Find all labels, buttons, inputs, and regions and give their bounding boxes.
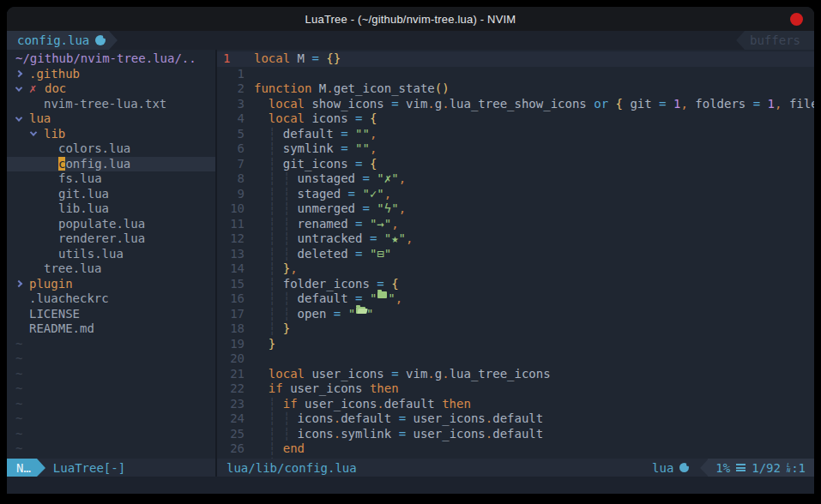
tree-item-colors.lua[interactable]: colors.lua (7, 141, 215, 157)
code-line[interactable]: 9 ┆ ┆ staged = "✓", (217, 187, 814, 202)
tree-item-populate.lua[interactable]: populate.lua (7, 217, 215, 232)
code-token (348, 141, 355, 157)
code-token: = (341, 127, 347, 142)
code-line[interactable]: 18 ┆ } (217, 321, 814, 337)
tree-item-LICENSE[interactable]: LICENSE (7, 307, 215, 322)
code-line[interactable]: 20 (217, 351, 814, 367)
tree-item-fs.lua[interactable]: fs.lua (7, 171, 215, 187)
code-token: } (269, 337, 275, 352)
tree-item-git.lua[interactable]: git.lua (7, 187, 215, 202)
code-line[interactable]: 25 ┆ ┆ icons.symlink = user_icons.defaul… (217, 427, 814, 442)
tree-item-nvim-tree-lua.txt[interactable]: nvim-tree-lua.txt (7, 97, 215, 112)
code-line[interactable]: 2function M.get_icon_state() (217, 81, 814, 97)
code-token: M (290, 51, 311, 67)
tree-item-tree.lua[interactable]: tree.lua (7, 261, 215, 277)
code-token: "ϟ" (377, 201, 398, 217)
tree-item-config.lua[interactable]: config.lua (7, 157, 215, 172)
code-token: = (370, 231, 377, 247)
file-tree-pane[interactable]: ~/github/nvim-tree.lua/.. .github✗docnvi… (7, 50, 215, 459)
code-line[interactable]: 19 } (217, 337, 814, 352)
indent-guide: ┆ (283, 217, 290, 232)
code-token (254, 171, 269, 187)
code-line[interactable]: 22 if user_icons then (217, 381, 814, 397)
line-number: 13 (217, 247, 244, 262)
code-line[interactable]: 26 ┆ end (217, 441, 814, 457)
empty-line-tilde: ~ (7, 367, 215, 382)
lua-logo-icon (679, 463, 689, 472)
line-number: 26 (217, 441, 244, 457)
lines-icon (736, 464, 746, 471)
folder-open-icon (356, 307, 365, 314)
code-token: . (334, 427, 341, 442)
tree-item-doc[interactable]: ✗doc (7, 81, 215, 97)
code-token: "" (355, 127, 370, 142)
code-token: , (370, 141, 377, 157)
tree-item-lib[interactable]: lib (7, 127, 215, 142)
code-line[interactable]: 24 ┆ ┆ icons.default = user_icons.defaul… (217, 411, 814, 427)
code-line[interactable]: 1local M = {} (217, 51, 814, 67)
code-token: icons (290, 427, 334, 442)
code-line[interactable]: 23 ┆ if user_icons.default then (217, 397, 814, 412)
code-token: = (362, 171, 369, 187)
tree-item-label: lib.lua (58, 201, 109, 217)
code-token: , (391, 217, 398, 232)
command-line[interactable] (7, 477, 814, 494)
tree-item-plugin[interactable]: plugin (7, 277, 215, 292)
code-token: = (355, 111, 362, 127)
code-token: folders (688, 97, 753, 112)
code-token: lua_tree_show_icons (450, 97, 595, 112)
cursor: c (58, 157, 65, 171)
tabline: config.lua buffers (7, 31, 814, 50)
code-token: if (283, 397, 298, 412)
code-line[interactable]: 4 local icons = { (217, 111, 814, 127)
tree-item-lua[interactable]: lua (7, 111, 215, 127)
code-line[interactable]: 21 local user_icons = vim.g.lua_tree_ico… (217, 367, 814, 382)
code-token: " (348, 307, 355, 322)
code-line[interactable]: 6 ┆ symlink = "", (217, 141, 814, 157)
code-line[interactable]: 14 ┆ }, (217, 261, 814, 277)
code-line[interactable]: 8 ┆ ┆ unstaged = "✗", (217, 171, 814, 187)
code-line[interactable]: 12 ┆ ┆ untracked = "★", (217, 231, 814, 247)
statusline: N… LuaTree[-] lua/lib/config.lua lua 1% … (7, 459, 814, 477)
code-line[interactable]: 7 ┆ git_icons = { (217, 157, 814, 172)
tab-config-lua[interactable]: config.lua (7, 31, 109, 50)
buffers-chip[interactable]: buffers (736, 31, 814, 50)
code-line[interactable]: 1 (217, 67, 814, 82)
code-line[interactable]: 16 ┆ ┆ default = "", (217, 291, 814, 307)
code-line[interactable]: 5 ┆ default = "", (217, 127, 814, 142)
code-token: () (435, 81, 450, 97)
indent-guide: ┆ (283, 411, 290, 427)
tree-item-label: .luacheckrc (29, 291, 109, 307)
code-line[interactable]: 17 ┆ ┆ open = "" (217, 307, 814, 322)
code-token (275, 291, 282, 307)
code-token (348, 127, 355, 142)
code-token: renamed (290, 217, 355, 232)
code-token: default (275, 127, 341, 142)
code-line[interactable]: 15 ┆ folder_icons = { (217, 277, 814, 292)
tree-item-README.md[interactable]: README.md (7, 321, 215, 337)
close-button[interactable] (790, 13, 803, 26)
tree-item-utils.lua[interactable]: utils.lua (7, 247, 215, 262)
code-line[interactable]: 10 ┆ ┆ unmerged = "ϟ", (217, 201, 814, 217)
code-token: = (391, 97, 398, 112)
code-token: symlink (341, 427, 398, 442)
line-number: 9 (217, 187, 244, 202)
line-number: 22 (217, 381, 244, 397)
code-token: = (355, 157, 362, 172)
tree-item-.github[interactable]: .github (7, 67, 215, 82)
indent-guide: ┆ (269, 247, 275, 262)
code-token: , (775, 97, 782, 112)
tree-item-lib.lua[interactable]: lib.lua (7, 201, 215, 217)
tree-item-.luacheckrc[interactable]: .luacheckrc (7, 291, 215, 307)
chevron-slot (15, 71, 29, 76)
code-line[interactable]: 3 local show_icons = vim.g.lua_tree_show… (217, 97, 814, 112)
line-number: 4 (217, 111, 244, 127)
code-line[interactable]: 11 ┆ ┆ renamed = "→", (217, 217, 814, 232)
code-token (254, 337, 269, 352)
code-token: "⊟" (370, 247, 391, 262)
code-token (254, 277, 269, 292)
code-line[interactable]: 13 ┆ ┆ deleted = "⊟" (217, 247, 814, 262)
tree-item-renderer.lua[interactable]: renderer.lua (7, 231, 215, 247)
line-number: 18 (217, 321, 244, 337)
editor-pane[interactable]: 1local M = {}12function M.get_icon_state… (217, 50, 814, 459)
